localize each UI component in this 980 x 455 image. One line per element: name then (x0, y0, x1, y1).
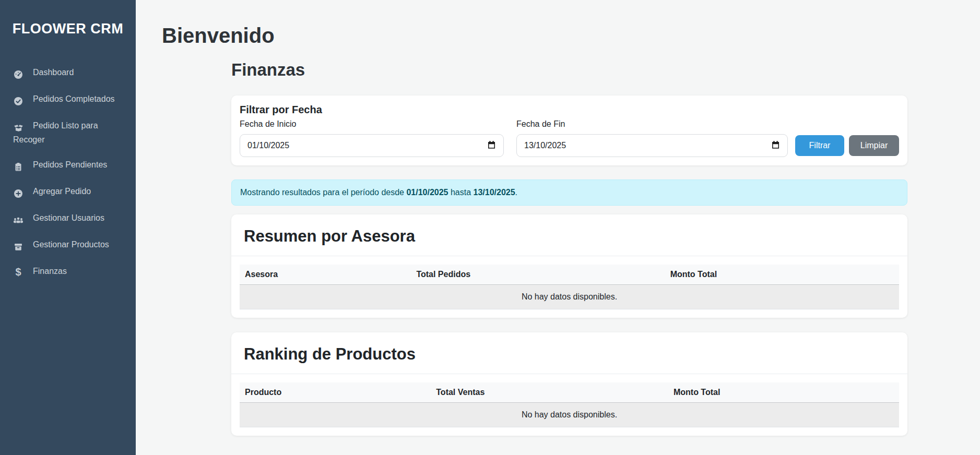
summary-col-asesora: Asesora (240, 265, 411, 285)
end-date-label: Fecha de Fin (516, 119, 788, 129)
section-title-finanzas: Finanzas (231, 60, 907, 80)
check-circle-icon (13, 94, 23, 107)
summary-col-monto-total: Monto Total (665, 265, 899, 285)
sidebar-item-agregar-pedido[interactable]: Agregar Pedido (0, 179, 136, 206)
end-date-field: Fecha de Fin 13/10/2025 (516, 119, 788, 157)
calendar-icon[interactable] (771, 140, 780, 151)
tachometer-icon (13, 68, 23, 80)
summary-table-header-row: Asesora Total Pedidos Monto Total (240, 265, 899, 285)
sidebar-item-label: Finanzas (33, 267, 67, 276)
dollar-sign-icon: $ (13, 266, 23, 278)
sidebar-item-label: Dashboard (33, 68, 74, 77)
filter-card-title: Filtrar por Fecha (240, 104, 899, 116)
ranking-table: Producto Total Ventas Monto Total No hay… (240, 382, 899, 427)
start-date-label: Fecha de Inicio (240, 119, 504, 129)
main-content: Bienvenido Finanzas Filtrar por Fecha Fe… (136, 0, 980, 436)
start-date-input[interactable]: 01/10/2025 (240, 134, 504, 157)
alert-text: Mostrando resultados para el período des… (240, 188, 406, 197)
clear-button[interactable]: Limpiar (849, 135, 899, 156)
summary-empty-row: No hay datos disponibles. (240, 285, 899, 309)
sidebar-item-label: Agregar Pedido (33, 187, 91, 196)
date-filter-card: Filtrar por Fecha Fecha de Inicio 01/10/… (231, 95, 907, 165)
summary-col-total-pedidos: Total Pedidos (411, 265, 665, 285)
sidebar-item-dashboard[interactable]: Dashboard (0, 60, 136, 87)
summary-table: Asesora Total Pedidos Monto Total No hay… (240, 265, 899, 309)
alert-text: . (515, 188, 517, 197)
sidebar-item-gestionar-productos[interactable]: Gestionar Productos (0, 232, 136, 259)
product-ranking-card: Ranking de Productos Producto Total Vent… (231, 332, 907, 436)
ranking-col-producto: Producto (240, 382, 431, 403)
sidebar-nav: Dashboard Pedidos Completados Pedido Lis… (0, 60, 136, 284)
sidebar-item-label: Pedidos Completados (33, 94, 115, 103)
sidebar-item-finanzas[interactable]: $Finanzas (0, 259, 136, 284)
sidebar-item-label: Gestionar Usuarios (33, 213, 104, 222)
alert-start-date: 01/10/2025 (406, 188, 448, 197)
summary-by-advisor-card: Resumen por Asesora Asesora Total Pedido… (231, 214, 907, 318)
sidebar: FLOOWER CRM Dashboard Pedidos Completado… (0, 0, 136, 455)
results-period-alert: Mostrando resultados para el período des… (231, 179, 907, 206)
alert-text: hasta (448, 188, 474, 197)
sidebar-item-pedidos-pendientes[interactable]: Pedidos Pendientes (0, 152, 136, 179)
box-open-icon (13, 121, 23, 134)
sidebar-item-gestionar-usuarios[interactable]: Gestionar Usuarios (0, 206, 136, 232)
sidebar-item-label: Pedidos Pendientes (33, 160, 107, 169)
start-date-value: 01/10/2025 (247, 141, 289, 150)
plus-circle-icon (13, 187, 23, 199)
ranking-card-body: Producto Total Ventas Monto Total No hay… (231, 374, 907, 436)
end-date-value: 13/10/2025 (524, 141, 566, 150)
sidebar-item-pedidos-completados[interactable]: Pedidos Completados (0, 87, 136, 113)
summary-empty-message: No hay datos disponibles. (240, 285, 899, 309)
sidebar-item-label: Gestionar Productos (33, 240, 109, 249)
summary-card-body: Asesora Total Pedidos Monto Total No hay… (231, 256, 907, 318)
ranking-col-monto-total: Monto Total (668, 382, 899, 403)
sidebar-item-label: Pedido Listo para Recoger (13, 121, 98, 144)
ranking-table-header-row: Producto Total Ventas Monto Total (240, 382, 899, 403)
filter-button[interactable]: Filtrar (795, 135, 844, 156)
calendar-icon[interactable] (487, 140, 496, 151)
page-title: Bienvenido (162, 24, 980, 47)
ranking-empty-message: No hay datos disponibles. (240, 403, 899, 427)
ranking-card-title: Ranking de Productos (231, 332, 907, 374)
sidebar-item-pedido-listo-para-recoger[interactable]: Pedido Listo para Recoger (0, 113, 136, 152)
summary-card-title: Resumen por Asesora (231, 214, 907, 256)
clipboard-list-icon (13, 160, 23, 173)
ranking-col-total-ventas: Total Ventas (431, 382, 668, 403)
app-logo: FLOOWER CRM (0, 0, 136, 37)
alert-end-date: 13/10/2025 (474, 188, 515, 197)
content-container: Finanzas Filtrar por Fecha Fecha de Inic… (231, 60, 907, 436)
users-icon (13, 213, 23, 226)
box-archive-icon (13, 240, 23, 253)
ranking-empty-row: No hay datos disponibles. (240, 403, 899, 427)
start-date-field: Fecha de Inicio 01/10/2025 (240, 119, 504, 157)
filter-row: Fecha de Inicio 01/10/2025 (240, 119, 899, 157)
end-date-input[interactable]: 13/10/2025 (516, 134, 788, 157)
